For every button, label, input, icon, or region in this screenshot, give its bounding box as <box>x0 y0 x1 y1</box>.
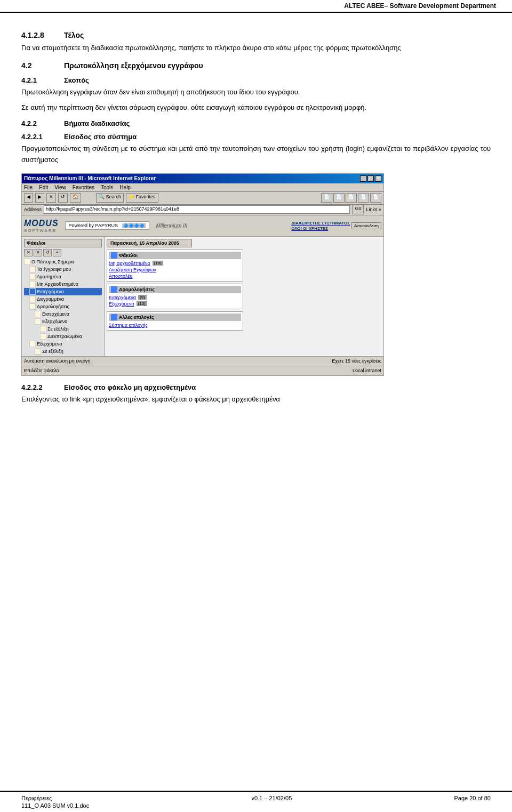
tree-item-outgoing[interactable]: Εξερχόμενα <box>24 340 102 348</box>
close-button[interactable]: ✕ <box>375 175 381 182</box>
left-column-panels: Φάκελοι Μη αρχειοθετημένα (16) Αναζήτηση… <box>107 250 243 333</box>
heading-422-title: Βήματα διαδικασίας <box>64 119 130 127</box>
tree-item-today[interactable]: Ο Πάπυρος Σήμερα <box>24 258 102 266</box>
menu-edit[interactable]: Edit <box>39 184 48 190</box>
section-422: 4.2.2 Βήματα διαδικασίας <box>21 119 491 127</box>
minimize-button[interactable]: _ <box>360 175 366 182</box>
tree-icon-favorites <box>29 274 36 280</box>
tree-label-outgoing: Εξερχόμενα <box>37 341 62 347</box>
tree-item-incoming[interactable]: Εισερχόμενα <box>24 288 102 295</box>
app-sidebar: Φάκελοι ✕ ✕ ↺ + Ο Πάπυρος Σήμερα <box>22 237 105 356</box>
ie-icon-4[interactable]: 📄 <box>358 193 369 203</box>
tree-item-routing[interactable]: Δρομολογήσεις <box>24 303 102 310</box>
panel-link-routing-out[interactable]: Εξερχόμενα <box>109 301 134 307</box>
panel-row-routing-in: Εισερχόμενα (9) <box>109 294 241 301</box>
browser-screenshot: Πάπυρος Millennium III - Microsoft Inter… <box>21 173 384 376</box>
stop-button[interactable]: ✕ <box>46 193 56 203</box>
tree-item-routing-out-progress[interactable]: Σε εξέλιξη <box>24 325 102 333</box>
tree-icon-routing-out <box>35 318 41 325</box>
app-bottom-bar: Αυτόματη ανανέωση μη ενεργή Εχετε 15 νέε… <box>22 356 383 366</box>
section-421: 4.2.1 Σκοπός Πρωτοκόλληση εγγράφων όταν … <box>21 76 491 114</box>
tree-item-myfiles[interactable]: Τα έγγραφα μου <box>24 266 102 273</box>
heading-421-title: Σκοπός <box>64 76 89 84</box>
panel-row-sender: Αποστολέα <box>109 273 241 279</box>
panel-row-search: Αναζήτηση Εγγράφων <box>109 267 241 273</box>
tree-label-unarchived: Μη Αρχειοθετημένα <box>37 282 78 287</box>
ie-icon-3[interactable]: 📄 <box>346 193 357 203</box>
tree-label-routing: Δρομολογήσεις <box>37 304 69 309</box>
app-header-bar: MODUS SOFTWARE Powered by PAPYRUS 🔷🔷🔷🔷 M… <box>22 215 383 237</box>
browser-content: MODUS SOFTWARE Powered by PAPYRUS 🔷🔷🔷🔷 M… <box>22 215 383 366</box>
tree-item-routing-out[interactable]: Εξερχόμενα <box>24 318 102 325</box>
panel-section-folders-header: Φάκελοι <box>109 252 241 259</box>
menu-view[interactable]: View <box>54 184 66 190</box>
tree-item-routing-in[interactable]: Εισερχόμενα <box>24 310 102 318</box>
address-input[interactable]: http://kpapa/Papyrus3/rec/main.php?id=21… <box>44 205 350 214</box>
browser-title: Πάπυρος Millennium III - Microsoft Inter… <box>24 175 156 181</box>
menu-tools[interactable]: Tools <box>101 184 113 190</box>
forward-button[interactable]: ▶ <box>35 193 44 203</box>
favorites-toolbar-button[interactable]: ⭐ Favorites <box>126 193 158 203</box>
browser-menubar: File Edit View Favorites Tools Help <box>22 183 383 192</box>
sidebar-btn-4[interactable]: + <box>53 249 61 256</box>
ie-icon-5[interactable]: 📄 <box>370 193 381 203</box>
panel-link-system[interactable]: Σύστημα επιλογής <box>109 323 148 328</box>
logout-button[interactable]: Αποσύνδεση <box>351 222 381 229</box>
tree-icon-today <box>24 259 30 265</box>
menu-help[interactable]: Help <box>119 184 131 190</box>
maximize-button[interactable]: □ <box>367 175 374 182</box>
panel-link-unarchived[interactable]: Μη αρχειοθετημένα <box>109 261 150 266</box>
sidebar-btn-1[interactable]: ✕ <box>24 249 33 256</box>
go-button[interactable]: Go <box>352 205 364 214</box>
papyrus-icons: 🔷🔷🔷🔷 <box>122 223 146 228</box>
tree-label-myfiles: Τα έγγραφα μου <box>37 267 71 272</box>
tree-item-favorites[interactable]: Αγαπημένα <box>24 273 102 280</box>
header-title: ALTEC ABEE– Software Development Departm… <box>344 2 496 10</box>
home-button[interactable]: 🏠 <box>70 193 81 203</box>
tree-item-out-progress[interactable]: Σε εξέλιξη <box>24 348 102 355</box>
para-4221: Πραγματοποιώντας τη σύνδεση με το σύστημ… <box>21 143 491 166</box>
panel-section-routing-header: Δρομολογήσεις <box>109 286 241 293</box>
tree-item-unarchived[interactable]: Μη Αρχειοθετημένα <box>24 280 102 288</box>
tree-label-deleted: Διεγραμμένα <box>37 296 64 302</box>
panel-other-title: Άλλες επιλογές <box>119 315 154 320</box>
heading-421-number: 4.2.1 <box>21 76 53 84</box>
tree-label-routing-out: Εξερχόμενα <box>42 319 68 324</box>
sidebar-btn-2[interactable]: ✕ <box>34 249 42 256</box>
panel-link-sender[interactable]: Αποστολέα <box>109 274 133 279</box>
tree-icon-incoming <box>29 288 36 295</box>
ie-icon-2[interactable]: 📄 <box>333 193 345 203</box>
page-footer: Περιφέρειες 111_Ο Α03 SUM v0.1.doc v0.1 … <box>0 791 512 812</box>
panel-link-routing-in[interactable]: Εισερχόμενα <box>109 295 136 300</box>
back-button[interactable]: ◀ <box>24 193 33 203</box>
tree-icon-routing-in <box>35 311 41 317</box>
section-4221: 4.2.2.1 Είσοδος στο σύστημα Πραγματοποιώ… <box>21 133 491 166</box>
nav-link-users[interactable]: ΟΛΟΙ ΟΙ ΧΡΗΣΤΕΣ <box>291 226 350 231</box>
menu-favorites[interactable]: Favorites <box>73 184 94 190</box>
footer-page: Page 20 of 80 <box>454 795 491 801</box>
tree-item-deleted[interactable]: Διεγραμμένα <box>24 295 102 303</box>
app-logo-area: MODUS SOFTWARE <box>24 219 63 233</box>
menu-file[interactable]: File <box>24 184 33 190</box>
page-header: ALTEC ABEE– Software Development Departm… <box>0 0 512 13</box>
app-subtitle: SOFTWARE <box>24 228 63 233</box>
tree-item-routing-out-done[interactable]: Διεκπεραιωμένα <box>24 333 102 340</box>
nav-link-admin[interactable]: ΔΙΑΧΕΙΡΙΣΤΗΣ ΣΥΣΤΗΜΑΤΟΣ <box>291 221 350 226</box>
address-bar: Address http://kpapa/Papyrus3/rec/main.p… <box>22 205 383 215</box>
footer-right: Page 20 of 80 <box>454 795 491 801</box>
heading-4222-row: 4.2.2.2 Είσοδος στο φάκελο μη αρχειοθετη… <box>21 383 491 391</box>
ie-icon-1[interactable]: 📄 <box>321 193 332 203</box>
right-panel: Παρασκευή, 15 Απριλίου 2005 Φάκελοι <box>105 237 383 356</box>
refresh-button[interactable]: ↺ <box>58 193 68 203</box>
panel-row-routing-out: Εξερχόμενα (10) <box>109 301 241 307</box>
para-421-1: Πρωτοκόλληση εγγράφων όταν δεν είναι επι… <box>21 87 491 98</box>
app-icons-right: ΔΙΑΧΕΙΡΙΣΤΗΣ ΣΥΣΤΗΜΑΤΟΣ ΟΛΟΙ ΟΙ ΧΡΗΣΤΕΣ … <box>291 221 381 231</box>
panel-routing-title: Δρομολογήσεις <box>119 287 155 292</box>
search-button[interactable]: 🔍 Search <box>96 193 124 203</box>
tree-icon-myfiles <box>29 266 36 272</box>
footer-left-line1: Περιφέρειες <box>21 795 89 801</box>
browser-window: Πάπυρος Millennium III - Microsoft Inter… <box>22 174 383 375</box>
sidebar-btn-3[interactable]: ↺ <box>43 249 52 256</box>
heading-421-row: 4.2.1 Σκοπός <box>21 76 491 84</box>
panel-link-search[interactable]: Αναζήτηση Εγγράφων <box>109 267 156 272</box>
